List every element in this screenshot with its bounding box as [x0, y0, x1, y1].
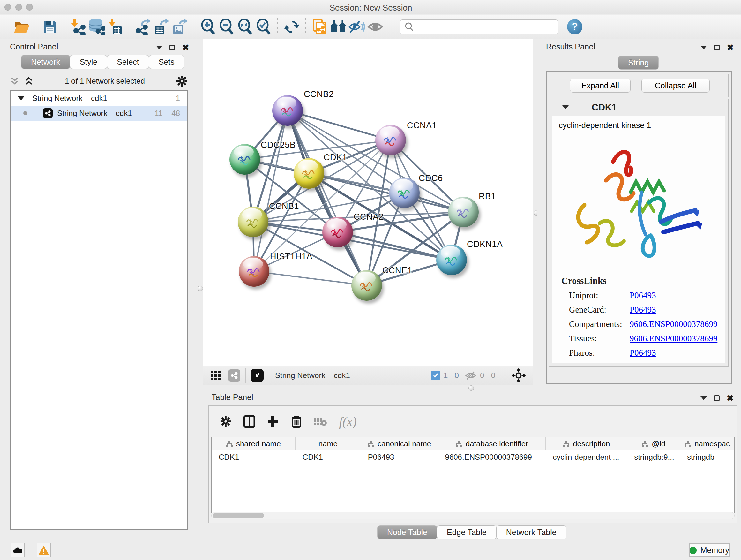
warnings-button[interactable]: [37, 543, 51, 557]
pan-crosshair-icon[interactable]: [512, 368, 526, 382]
panel-menu-icon[interactable]: [700, 46, 707, 50]
tab-node-table[interactable]: Node Table: [377, 525, 437, 539]
import-table-button[interactable]: [106, 17, 124, 36]
import-network-from-database-button[interactable]: [87, 17, 106, 36]
node-CCNE1[interactable]: [351, 270, 382, 301]
crosslink-link[interactable]: P06493: [630, 305, 656, 315]
toolbar-separator: [129, 18, 129, 36]
section-collapse-icon[interactable]: [562, 105, 569, 109]
grid-view-icon[interactable]: [210, 370, 221, 381]
node-CCNA1[interactable]: [375, 125, 406, 155]
network-options-gear-icon[interactable]: [176, 75, 188, 87]
column-header-description[interactable]: description: [546, 437, 627, 450]
float-panel-icon[interactable]: [714, 45, 720, 51]
node-CCNB1[interactable]: [238, 206, 268, 237]
zoom-in-button[interactable]: [199, 17, 217, 36]
column-header-database-identifier[interactable]: database identifier: [438, 437, 546, 450]
zoom-selected-button[interactable]: [254, 17, 273, 36]
memory-button[interactable]: Memory: [689, 543, 730, 557]
node-label-CCNA1: CCNA1: [407, 121, 437, 131]
collection-expand-icon[interactable]: [17, 96, 24, 100]
cytoscape-window: Session: New Session: [0, 0, 741, 560]
crosslink-link[interactable]: P06493: [630, 348, 656, 358]
column-header--id[interactable]: @id: [627, 437, 680, 450]
table-cell: stringdb:9...: [627, 450, 680, 464]
delete-table-button[interactable]: [308, 416, 332, 427]
table-row[interactable]: CDK1CDK1P064939606.ENSP00000378699cyclin…: [212, 450, 734, 464]
float-panel-icon[interactable]: [714, 395, 720, 401]
export-table-button[interactable]: [152, 17, 171, 36]
show-columns-button[interactable]: [238, 415, 261, 428]
export-network-button[interactable]: [134, 17, 152, 36]
show-hide-button[interactable]: [366, 17, 385, 36]
close-panel-icon[interactable]: ✖: [727, 394, 734, 402]
node-CDK1[interactable]: [293, 158, 324, 189]
bottom-splitter-handle[interactable]: [468, 385, 474, 391]
open-session-button[interactable]: [12, 17, 31, 36]
help-button[interactable]: ?: [567, 19, 583, 35]
crosslink-link[interactable]: 9606.ENSP00000378699: [630, 334, 718, 344]
node-CDC6[interactable]: [389, 178, 420, 208]
tab-style[interactable]: Style: [70, 55, 108, 69]
export-image-button[interactable]: [171, 17, 189, 36]
zoom-out-button[interactable]: [217, 17, 236, 36]
tab-sets[interactable]: Sets: [149, 55, 185, 69]
tab-network[interactable]: Network: [21, 55, 70, 69]
panel-menu-icon[interactable]: [700, 396, 707, 400]
panel-menu-icon[interactable]: [156, 46, 162, 50]
crosslink-link[interactable]: 9606.ENSP00000378699: [630, 319, 718, 329]
node-CCNA2[interactable]: [322, 217, 353, 247]
create-column-button[interactable]: [261, 415, 285, 428]
node-CDC25B[interactable]: [229, 144, 260, 175]
node-CCNB2[interactable]: [272, 95, 303, 126]
network-row[interactable]: String Network – cdk1 11 48: [10, 106, 187, 121]
node-RB1[interactable]: [448, 197, 479, 227]
float-panel-icon[interactable]: [170, 45, 175, 51]
network-collection-row[interactable]: String Network – cdk1 1: [10, 91, 187, 106]
column-hierarchy-icon: [562, 440, 569, 447]
column-header-shared-name[interactable]: shared name: [212, 437, 295, 450]
node-table: shared namename canonical name database …: [211, 437, 735, 513]
column-header-name[interactable]: name: [295, 437, 361, 450]
node-label-CDK1: CDK1: [324, 152, 347, 163]
expand-all-icon[interactable]: [24, 77, 33, 85]
tab-edge-table[interactable]: Edge Table: [437, 525, 496, 539]
scrollbar-thumb[interactable]: [213, 513, 264, 518]
network-tree: String Network – cdk1 1 String Network –…: [10, 90, 188, 530]
left-splitter-handle[interactable]: [198, 286, 203, 291]
hidden-eye-icon[interactable]: [465, 370, 477, 381]
tab-string[interactable]: String: [618, 56, 659, 70]
import-network-button[interactable]: [69, 17, 87, 36]
node-HIST1H1A[interactable]: [239, 256, 269, 287]
function-builder-button[interactable]: f(x): [332, 414, 364, 429]
apply-style-button[interactable]: [282, 17, 301, 36]
cloud-status-button[interactable]: [11, 543, 25, 557]
close-panel-icon[interactable]: ✖: [182, 44, 189, 52]
expand-all-button[interactable]: Expand All: [570, 78, 630, 92]
network-share-view-icon[interactable]: [228, 369, 240, 381]
zoom-fit-button[interactable]: [236, 17, 254, 36]
collapse-all-icon[interactable]: [10, 77, 19, 85]
tab-select[interactable]: Select: [107, 55, 149, 69]
crosslink-link[interactable]: P06493: [630, 291, 656, 300]
home-icon: [329, 19, 347, 34]
selected-nodes-checkbox[interactable]: [431, 371, 441, 380]
tab-network-table[interactable]: Network Table: [496, 525, 566, 539]
string-home-button[interactable]: [329, 17, 347, 36]
column-label: shared name: [236, 439, 281, 448]
collapse-all-button[interactable]: Collapse All: [642, 78, 710, 92]
memory-status-dot: [690, 547, 697, 554]
table-horizontal-scrollbar[interactable]: [211, 512, 735, 519]
node-CDKN1A[interactable]: [436, 245, 467, 275]
save-session-button[interactable]: [41, 17, 59, 36]
table-options-button[interactable]: [214, 416, 238, 427]
delete-column-button[interactable]: [285, 415, 308, 428]
hide-glass-effect-button[interactable]: [347, 17, 366, 36]
network-canvas[interactable]: CCNB2 CCNA1 CDC25B CDK1 CDC6 RB1: [203, 39, 533, 366]
column-header-canonical-name[interactable]: canonical name: [361, 437, 438, 450]
column-header-namespac[interactable]: namespac: [680, 437, 734, 450]
clone-network-button[interactable]: [311, 17, 329, 36]
close-panel-icon[interactable]: ✖: [727, 44, 734, 52]
search-input[interactable]: [417, 22, 551, 31]
birds-eye-view-icon[interactable]: [251, 369, 264, 382]
